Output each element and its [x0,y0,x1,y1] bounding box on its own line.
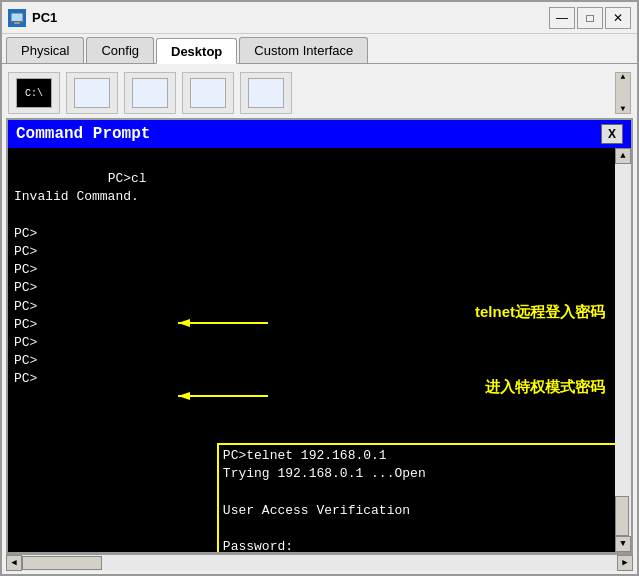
icon-3 [132,78,168,108]
icon-2 [74,78,110,108]
app-icon-2[interactable] [66,72,118,114]
command-prompt-window: Command Prompt X PC>cl Invalid Command. … [6,118,633,554]
main-window: PC1 — □ ✕ Physical Config Desktop Custom… [0,0,639,576]
cmd-title-text: Command Prompt [16,125,150,143]
telnet-highlight-box: PC>telnet 192.168.0.1 Trying 192.168.0.1… [217,443,615,552]
terminal-body[interactable]: PC>cl Invalid Command. PC> PC> PC> PC> P… [8,148,615,552]
scroll-right-button[interactable]: ▶ [617,555,633,571]
svg-rect-0 [11,13,23,22]
icon-5 [248,78,284,108]
scroll-left-button[interactable]: ◀ [6,555,22,571]
close-button[interactable]: ✕ [605,7,631,29]
hscroll-track[interactable] [22,555,617,571]
scrollbar-thumb[interactable] [615,496,629,536]
content-area: C:\ ▲ ▼ C [2,64,637,574]
cmd-close-button[interactable]: X [601,124,623,144]
svg-rect-2 [12,21,22,22]
tab-config[interactable]: Config [86,37,154,63]
terminal-telnet-section: PC>telnet 192.168.0.1 Trying 192.168.0.1… [108,425,615,552]
app-icon-4[interactable] [182,72,234,114]
scrollbar-track[interactable] [615,164,631,536]
hscroll-thumb[interactable] [22,556,102,570]
app-icon [8,9,26,27]
app-icon-cmd[interactable]: C:\ [8,72,60,114]
window-title: PC1 [32,10,549,25]
scroll-up-button[interactable]: ▲ [615,148,631,164]
cmd-title-bar: Command Prompt X [8,120,631,148]
tab-physical[interactable]: Physical [6,37,84,63]
title-bar: PC1 — □ ✕ [2,2,637,34]
maximize-button[interactable]: □ [577,7,603,29]
cmd-scrollbar[interactable]: ▲ ▼ [615,148,631,552]
app-icons-bar: C:\ ▲ ▼ [6,68,633,118]
app-icon-3[interactable] [124,72,176,114]
tab-custom-interface[interactable]: Custom Interface [239,37,368,63]
icons-scrollbar[interactable]: ▲ ▼ [615,72,631,114]
cmd-icon: C:\ [16,78,52,108]
app-icon-5[interactable] [240,72,292,114]
minimize-button[interactable]: — [549,7,575,29]
terminal-text: PC>cl Invalid Command. PC> PC> PC> PC> P… [14,152,615,548]
bottom-scrollbar: ◀ ▶ [6,554,633,570]
window-controls: — □ ✕ [549,7,631,29]
terminal-content: PC>cl Invalid Command. PC> PC> PC> PC> P… [14,171,147,386]
scroll-down-button[interactable]: ▼ [615,536,631,552]
tab-desktop[interactable]: Desktop [156,38,237,64]
navigation-tabs: Physical Config Desktop Custom Interface [2,34,637,64]
icon-4 [190,78,226,108]
svg-rect-1 [14,22,20,24]
